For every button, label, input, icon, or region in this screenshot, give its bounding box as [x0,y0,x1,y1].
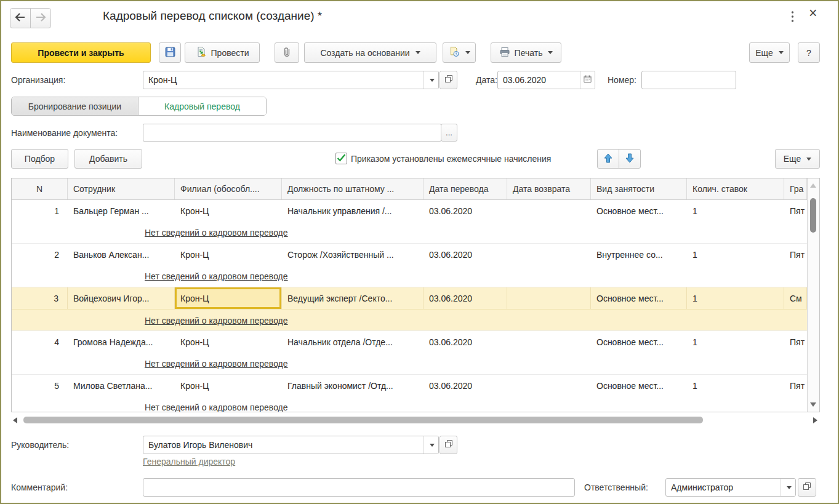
toolbar-more-button[interactable]: Еще [749,42,790,63]
col-header-rate[interactable]: Колич. ставок [687,178,784,199]
responsible-field[interactable]: Администратор [665,478,796,497]
cell-transfer-date[interactable]: 03.06.2020 [424,244,507,265]
horizontal-scrollbar[interactable] [11,415,820,425]
move-down-button[interactable] [619,149,641,169]
cell-employee[interactable]: Ваньков Алексан... [68,244,175,265]
responsible-open-button[interactable] [798,478,816,497]
cell-employee[interactable]: Бальцер Герман ... [68,200,175,222]
cell-transfer-date[interactable]: 03.06.2020 [424,375,507,396]
add-button[interactable]: Добавить [74,149,142,169]
save-button[interactable] [159,42,181,63]
cell-branch[interactable]: Крон-Ц [175,331,282,353]
pick-button[interactable]: Подбор [11,149,68,169]
cell-position[interactable]: Ведущий эксперт /Секто... [282,287,424,309]
transfer-info-link[interactable]: Нет сведений о кадровом переводе [145,228,288,238]
vertical-scrollbar-thumb[interactable] [810,198,816,233]
table-row[interactable]: 4 Громова Надежда... Крон-Ц Начальник от… [12,331,807,375]
col-header-return-date[interactable]: Дата возврата [507,178,591,199]
close-icon[interactable]: × [809,6,817,20]
doc-name-field[interactable] [143,124,441,142]
cell-n[interactable]: 4 [12,331,68,353]
scroll-down-icon[interactable] [810,402,816,407]
col-header-position[interactable]: Должность по штатному ... [282,178,424,199]
scroll-left-icon[interactable] [13,417,17,423]
cell-position[interactable]: Начальник отдела /Отде... [282,331,424,353]
table-row[interactable]: 1 Бальцер Герман ... Крон-Ц Начальник уп… [12,200,807,244]
back-button[interactable] [10,8,31,28]
cell-employee[interactable]: Войцехович Игор... [68,287,175,309]
responsible-dropdown-button[interactable] [781,479,795,496]
cell-schedule[interactable]: Пят [784,244,807,265]
col-header-transfer-date[interactable]: Дата перевода [424,178,507,199]
transfer-info-link[interactable]: Нет сведений о кадровом переводе [145,271,288,281]
cell-rate[interactable]: 1 [687,287,784,309]
cell-employment[interactable]: Основное мест... [591,331,687,353]
cell-branch[interactable]: Крон-Ц [175,244,282,265]
cell-employee[interactable]: Громова Надежда... [68,331,175,353]
cell-return-date[interactable] [507,331,591,353]
number-field[interactable] [641,71,736,89]
comment-field[interactable] [143,478,575,497]
cell-rate[interactable]: 1 [687,375,784,396]
cell-return-date[interactable] [507,200,591,222]
transfer-info-link[interactable]: Нет сведений о кадровом переводе [145,402,288,412]
cell-return-date[interactable] [507,287,591,309]
vertical-scrollbar[interactable] [807,178,819,412]
table-row[interactable]: 5 Милова Светлана... Крон-Ц Главный экон… [12,375,807,412]
manager-field[interactable]: Булатов Игорь Виленович [143,436,439,454]
table-row[interactable]: 3 Войцехович Игор... Крон-Ц Ведущий эксп… [12,287,807,331]
create-based-on-button[interactable]: Создать на основании [304,42,436,63]
organization-open-button[interactable] [440,71,457,89]
cell-branch[interactable]: Крон-Ц [175,200,282,222]
transfer-info-link[interactable]: Нет сведений о кадровом переводе [145,359,288,369]
col-header-employment[interactable]: Вид занятости [591,178,687,199]
post-button[interactable]: Провести [185,42,260,63]
forward-button[interactable] [30,8,51,28]
cell-employment[interactable]: Основное мест... [591,287,687,309]
manager-open-button[interactable] [440,436,457,454]
cell-schedule[interactable]: Пят [784,200,807,222]
attachments-button[interactable] [275,42,299,63]
cell-transfer-date[interactable]: 03.06.2020 [424,331,507,353]
col-header-schedule[interactable]: Гра [784,178,807,199]
cell-n[interactable]: 1 [12,200,68,222]
cell-return-date[interactable] [507,244,591,265]
cell-branch[interactable]: Крон-Ц [175,375,282,396]
date-field[interactable]: 03.06.2020 [497,71,595,89]
table-row[interactable]: 2 Ваньков Алексан... Крон-Ц Сторож /Хозя… [12,244,807,287]
cell-employment[interactable]: Основное мест... [591,200,687,222]
cell-employee[interactable]: Милова Светлана... [68,375,175,396]
cell-employment[interactable]: Основное мест... [591,375,687,396]
cell-rate[interactable]: 1 [687,331,784,353]
cell-rate[interactable]: 1 [687,244,784,265]
organization-field[interactable]: Крон-Ц [143,71,439,89]
horizontal-scrollbar-thumb[interactable] [23,417,703,423]
col-header-branch[interactable]: Филиал (обособл.... [175,178,282,199]
cell-position[interactable]: Главный экономист /Отд... [282,375,424,396]
transfer-info-link[interactable]: Нет сведений о кадровом переводе [145,316,288,326]
cell-rate[interactable]: 1 [687,200,784,222]
help-button[interactable]: ? [798,42,820,63]
cell-schedule[interactable]: Пят [784,375,807,396]
cell-n[interactable]: 2 [12,244,68,265]
cell-schedule[interactable]: См [784,287,807,309]
scroll-up-icon[interactable] [810,183,816,188]
cell-schedule[interactable]: Пят [784,331,807,353]
organization-dropdown-button[interactable] [424,71,438,89]
cell-n[interactable]: 5 [12,375,68,396]
cell-return-date[interactable] [507,375,591,396]
cell-n[interactable]: 3 [12,287,68,309]
manager-dropdown-button[interactable] [424,436,438,454]
document-history-button[interactable] [443,42,476,63]
monthly-accruals-checkbox[interactable] [335,153,347,164]
post-and-close-button[interactable]: Провести и закрыть [11,42,151,63]
cell-employment[interactable]: Внутреннее со... [591,244,687,265]
print-button[interactable]: Печать [491,42,561,63]
col-header-n[interactable]: N [12,178,68,199]
cell-transfer-date[interactable]: 03.06.2020 [424,287,507,309]
scroll-right-icon[interactable] [813,417,817,423]
col-header-employee[interactable]: Сотрудник [68,178,175,199]
tab-position-booking[interactable]: Бронирование позиции [12,97,138,115]
manager-position-link[interactable]: Генеральный директор [143,457,235,466]
cell-position[interactable]: Начальник управления /... [282,200,424,222]
